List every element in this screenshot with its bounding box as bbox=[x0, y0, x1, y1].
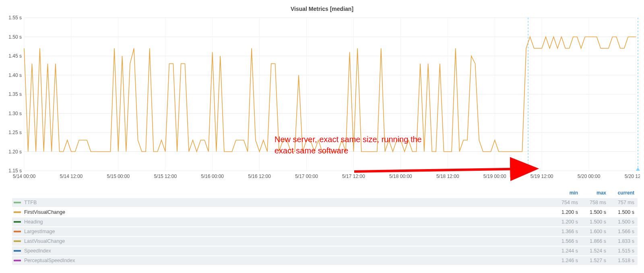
svg-marker-47 bbox=[526, 168, 530, 171]
legend-swatch bbox=[14, 202, 21, 203]
svg-text:1.50 s: 1.50 s bbox=[8, 34, 22, 40]
legend-min: 1.200 s bbox=[550, 209, 578, 215]
legend-current: 757 ms bbox=[606, 200, 634, 205]
legend-current: 1.500 s bbox=[606, 209, 634, 215]
svg-text:1.40 s: 1.40 s bbox=[8, 72, 22, 78]
annotation-text: New server, exact same size, running the… bbox=[275, 134, 452, 156]
legend-row-perceptualspeedindex[interactable]: PerceptualSpeedIndex1.246 s1.527 s1.518 … bbox=[12, 256, 638, 265]
legend-swatch bbox=[14, 240, 21, 242]
svg-marker-49 bbox=[636, 168, 640, 171]
chart-title: Visual Metrics [median] bbox=[4, 3, 640, 14]
legend-min: 1.244 s bbox=[550, 248, 578, 254]
legend-row-firstvisualchange[interactable]: FirstVisualChange1.200 s1.500 s1.500 s bbox=[12, 208, 638, 217]
legend-row-lastvisualchange[interactable]: LastVisualChange1.566 s1.866 s1.833 s bbox=[12, 237, 638, 246]
legend-header: min max current bbox=[12, 188, 638, 198]
legend-min: 1.566 s bbox=[550, 238, 578, 244]
svg-text:5/18 00:00: 5/18 00:00 bbox=[389, 174, 412, 179]
legend-row-speedindex[interactable]: SpeedIndex1.244 s1.524 s1.515 s bbox=[12, 246, 638, 255]
legend-table: min max current TTFB754 ms758 ms757 msFi… bbox=[12, 188, 638, 265]
legend-header-min: min bbox=[550, 190, 578, 196]
chart-area[interactable]: 1.15 s1.20 s1.25 s1.30 s1.35 s1.40 s1.45… bbox=[4, 14, 640, 187]
legend-row-largestimage[interactable]: LargestImage1.366 s1.600 s1.566 s bbox=[12, 227, 638, 236]
legend-max: 1.600 s bbox=[578, 229, 606, 234]
svg-text:1.25 s: 1.25 s bbox=[8, 130, 22, 135]
legend-swatch bbox=[14, 260, 21, 261]
legend-series-name: TTFB bbox=[24, 200, 550, 205]
legend-row-heading[interactable]: Heading1.200 s1.500 s1.500 s bbox=[12, 217, 638, 226]
svg-text:1.55 s: 1.55 s bbox=[8, 15, 22, 21]
svg-text:5/17 12:00: 5/17 12:00 bbox=[342, 174, 365, 179]
legend-header-max: max bbox=[578, 190, 606, 196]
legend-max: 1.524 s bbox=[578, 248, 606, 254]
legend-min: 1.200 s bbox=[550, 219, 578, 225]
legend-min: 1.366 s bbox=[550, 229, 578, 234]
legend-max: 1.500 s bbox=[578, 209, 606, 215]
legend-series-name: FirstVisualChange bbox=[24, 209, 550, 215]
svg-text:5/15 00:00: 5/15 00:00 bbox=[107, 174, 130, 179]
svg-text:1.15 s: 1.15 s bbox=[8, 168, 22, 174]
svg-text:1.45 s: 1.45 s bbox=[8, 53, 22, 59]
legend-current: 1.566 s bbox=[606, 229, 634, 234]
legend-current: 1.515 s bbox=[606, 248, 634, 254]
legend-max: 1.500 s bbox=[578, 219, 606, 225]
svg-text:1.35 s: 1.35 s bbox=[8, 91, 22, 97]
legend-min: 1.246 s bbox=[550, 258, 578, 263]
svg-text:5/18 12:00: 5/18 12:00 bbox=[436, 174, 459, 179]
svg-text:1.30 s: 1.30 s bbox=[8, 111, 22, 116]
svg-line-51 bbox=[354, 169, 524, 172]
svg-text:5/16 12:00: 5/16 12:00 bbox=[248, 174, 271, 179]
legend-row-ttfb[interactable]: TTFB754 ms758 ms757 ms bbox=[12, 198, 638, 207]
svg-text:5/14 00:00: 5/14 00:00 bbox=[13, 174, 36, 179]
legend-swatch bbox=[14, 211, 21, 213]
svg-text:5/19 12:00: 5/19 12:00 bbox=[530, 174, 553, 179]
svg-text:5/15 12:00: 5/15 12:00 bbox=[154, 174, 177, 179]
legend-min: 754 ms bbox=[550, 200, 578, 205]
legend-series-name: PerceptualSpeedIndex bbox=[24, 258, 550, 263]
svg-text:5/14 12:00: 5/14 12:00 bbox=[60, 174, 83, 179]
svg-text:5/16 00:00: 5/16 00:00 bbox=[201, 174, 224, 179]
legend-swatch bbox=[14, 250, 21, 252]
legend-swatch bbox=[14, 221, 21, 223]
svg-text:5/20 00:00: 5/20 00:00 bbox=[578, 174, 601, 179]
svg-text:5/20 12:00: 5/20 12:00 bbox=[625, 174, 640, 179]
legend-header-current: current bbox=[606, 190, 634, 196]
legend-max: 1.527 s bbox=[578, 258, 606, 263]
svg-text:1.20 s: 1.20 s bbox=[8, 149, 22, 155]
svg-text:5/17 00:00: 5/17 00:00 bbox=[295, 174, 318, 179]
legend-current: 1.500 s bbox=[606, 219, 634, 225]
legend-max: 758 ms bbox=[578, 200, 606, 205]
legend-series-name: LastVisualChange bbox=[24, 238, 550, 244]
legend-series-name: Heading bbox=[24, 219, 550, 225]
svg-text:5/19 00:00: 5/19 00:00 bbox=[483, 174, 506, 179]
legend-swatch bbox=[14, 231, 21, 232]
legend-series-name: SpeedIndex bbox=[24, 248, 550, 254]
legend-current: 1.518 s bbox=[606, 258, 634, 263]
legend-series-name: LargestImage bbox=[24, 229, 550, 234]
legend-max: 1.866 s bbox=[578, 238, 606, 244]
legend-current: 1.833 s bbox=[606, 238, 634, 244]
